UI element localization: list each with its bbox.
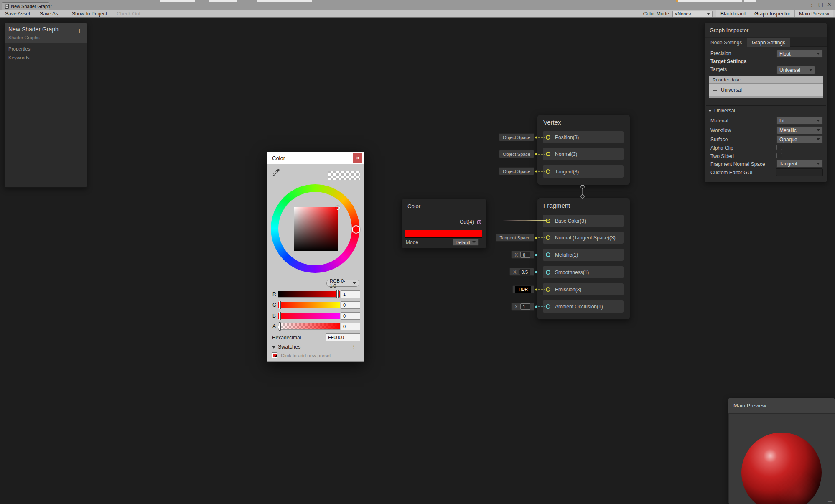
mode-value: Default (456, 240, 470, 245)
green-slider[interactable] (278, 302, 340, 308)
custom-editor-gui-field[interactable] (776, 168, 823, 176)
show-in-project-button[interactable]: Show In Project (67, 10, 112, 17)
workflow-dropdown[interactable]: Metallic (776, 126, 823, 134)
ambient-occlusion-value-chip[interactable]: X 1 (511, 303, 534, 311)
vertex-node[interactable]: Vertex Position(3) Normal(3) Tangent(3) (537, 115, 630, 185)
fragment-slot-metallic[interactable]: Metallic(1) (543, 249, 624, 261)
saturation-value-marker[interactable] (336, 206, 340, 210)
fragment-slot-normal[interactable]: Normal (Tangent Space)(3) (543, 232, 624, 244)
dialog-title-bar[interactable]: Color ✕ (267, 152, 364, 164)
red-slider-handle[interactable] (336, 290, 339, 298)
green-slider-handle[interactable] (279, 301, 281, 309)
metallic-value-field[interactable]: 0 (520, 252, 530, 258)
surface-dropdown[interactable]: Opaque (776, 135, 823, 143)
main-preview-header[interactable]: Main Preview (728, 398, 835, 413)
swatches-menu-icon[interactable]: ⋮ (351, 344, 356, 350)
panel-resize-handle[interactable]: — (80, 182, 84, 187)
saturation-value-box[interactable] (294, 207, 338, 251)
reorder-item-universal[interactable]: Universal (709, 84, 823, 96)
float-port-icon[interactable] (546, 270, 550, 275)
chevron-down-icon (817, 163, 820, 165)
background-window-sliver (257, 0, 312, 2)
fragment-slot-ambient-occlusion[interactable]: Ambient Occlusion(1) (543, 300, 624, 313)
graph-inspector-toggle-button[interactable]: Graph Inspector (750, 10, 794, 17)
emission-hdr-chip[interactable]: HDR (512, 285, 534, 293)
vector3-port-icon[interactable] (546, 235, 550, 240)
color-swatch-field[interactable] (405, 230, 482, 237)
ambient-occlusion-value-field[interactable]: 1 (520, 303, 530, 310)
vertex-slot-normal[interactable]: Normal(3) (543, 148, 624, 160)
color-space-value: RGB 0-1.0 (330, 278, 351, 288)
preview-sphere[interactable] (741, 433, 822, 504)
blue-value-field[interactable]: 0 (341, 312, 360, 320)
panel-resize-handle[interactable]: — (828, 499, 832, 504)
save-as-button[interactable]: Save As... (35, 10, 67, 17)
alpha-slider[interactable] (278, 323, 340, 330)
fragment-node[interactable]: Fragment Base Color(3) Normal (Tangent S… (537, 198, 630, 320)
alpha-value-field[interactable]: 0 (341, 323, 360, 330)
vertex-slot-position[interactable]: Position(3) (543, 131, 624, 143)
float-port-icon[interactable] (546, 304, 550, 309)
vector3-port-icon[interactable] (546, 219, 550, 223)
blue-slider[interactable] (278, 313, 340, 319)
color-mode-dropdown[interactable]: <None> (672, 11, 713, 17)
x-axis-label: X (515, 252, 518, 257)
main-preview-viewport[interactable] (729, 414, 835, 504)
blackboard-section-keywords[interactable]: Keywords (8, 55, 30, 60)
vector3-port-icon[interactable] (546, 135, 550, 140)
reorder-item-label: Universal (721, 87, 742, 93)
alpha-slider-handle[interactable] (279, 322, 281, 331)
object-space-chip[interactable]: Object Space (499, 133, 534, 141)
tab-new-shader-graph[interactable]: New Shader Graph* (2, 2, 49, 10)
hue-ring-marker[interactable] (352, 225, 360, 234)
window-menu-icon[interactable]: ⋮ (809, 1, 815, 8)
color-space-dropdown[interactable]: RGB 0-1.0 (326, 280, 359, 287)
object-space-chip[interactable]: Object Space (499, 167, 534, 175)
tab-node-settings[interactable]: Node Settings (705, 38, 747, 47)
green-value-field[interactable]: 0 (341, 301, 360, 309)
two-sided-checkbox[interactable] (776, 153, 782, 158)
blackboard-section-properties[interactable]: Properties (8, 46, 30, 51)
dialog-close-button[interactable]: ✕ (353, 153, 362, 163)
universal-foldout[interactable]: Universal (708, 108, 735, 114)
hdr-color-field[interactable]: HDR (515, 286, 531, 293)
drag-handle-icon[interactable] (713, 89, 717, 91)
object-space-chip[interactable]: Object Space (499, 150, 534, 158)
hexadecimal-field[interactable]: FF0000 (326, 333, 360, 341)
metallic-value-chip[interactable]: X 0 (511, 251, 534, 259)
smoothness-value-chip[interactable]: X 0.5 (509, 268, 534, 276)
red-value-field[interactable]: 1 (341, 290, 360, 298)
blue-slider-handle[interactable] (279, 312, 281, 320)
tab-graph-settings[interactable]: Graph Settings (747, 38, 790, 47)
vector3-port-icon[interactable] (546, 169, 550, 174)
window-close-icon[interactable]: ✕ (827, 1, 832, 8)
out-port[interactable] (477, 220, 481, 224)
fragment-normal-space-dropdown[interactable]: Tangent (776, 160, 823, 168)
save-asset-button[interactable]: Save Asset (0, 10, 35, 17)
add-property-button[interactable]: + (77, 27, 81, 35)
color-node[interactable]: Color Out(4) Mode Default (401, 199, 487, 249)
eyedropper-icon[interactable] (271, 168, 280, 177)
tab-title: New Shader Graph* (11, 4, 52, 9)
vertex-slot-tangent[interactable]: Tangent(3) (543, 165, 624, 178)
targets-value: Universal (779, 67, 800, 73)
fragment-slot-emission[interactable]: Emission(3) (543, 283, 624, 295)
tangent-space-chip[interactable]: Tangent Space (496, 234, 534, 242)
float-port-icon[interactable] (546, 252, 550, 257)
mode-dropdown[interactable]: Default (453, 239, 479, 246)
precision-dropdown[interactable]: Float (776, 50, 823, 58)
fragment-slot-smoothness[interactable]: Smoothness(1) (543, 266, 624, 278)
main-preview-toggle-button[interactable]: Main Preview (794, 10, 833, 17)
alpha-clip-checkbox[interactable] (776, 145, 782, 150)
smoothness-value-field[interactable]: 0.5 (519, 269, 530, 275)
vector3-port-icon[interactable] (546, 152, 550, 156)
vector3-port-icon[interactable] (546, 287, 550, 292)
fragment-slot-base-color[interactable]: Base Color(3) (543, 215, 624, 227)
material-dropdown[interactable]: Lit (776, 117, 823, 125)
add-preset-swatch[interactable] (272, 352, 277, 358)
targets-dropdown[interactable]: Universal (776, 66, 815, 74)
window-maximize-icon[interactable]: ▢ (818, 1, 823, 8)
red-slider[interactable] (278, 291, 340, 298)
swatches-foldout-icon[interactable] (272, 346, 275, 349)
blackboard-toggle-button[interactable]: Blackboard (716, 10, 750, 17)
